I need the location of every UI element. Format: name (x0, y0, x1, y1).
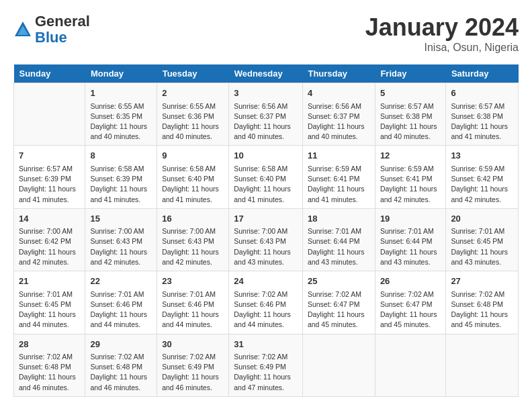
calendar-day-cell: 11Sunrise: 6:59 AM Sunset: 6:41 PM Dayli… (302, 146, 375, 208)
day-info: Sunrise: 7:02 AM Sunset: 6:46 PM Dayligh… (234, 289, 298, 330)
logo-blue-text: Blue (35, 30, 90, 46)
day-number: 1 (90, 87, 152, 100)
day-number: 5 (380, 87, 441, 100)
day-info: Sunrise: 7:01 AM Sunset: 6:45 PM Dayligh… (19, 289, 80, 330)
calendar-body: 1Sunrise: 6:55 AM Sunset: 6:35 PM Daylig… (14, 83, 519, 397)
day-number: 7 (19, 149, 80, 163)
page-header: General Blue January 2024 Inisa, Osun, N… (13, 13, 519, 54)
day-info: Sunrise: 7:00 AM Sunset: 6:43 PM Dayligh… (234, 226, 298, 267)
calendar-day-cell: 25Sunrise: 7:02 AM Sunset: 6:47 PM Dayli… (302, 271, 375, 334)
day-number: 20 (451, 212, 513, 226)
day-info: Sunrise: 6:57 AM Sunset: 6:39 PM Dayligh… (19, 164, 80, 205)
calendar-day-cell: 10Sunrise: 6:58 AM Sunset: 6:40 PM Dayli… (229, 146, 303, 208)
day-number: 31 (234, 338, 298, 351)
day-number: 18 (308, 212, 370, 226)
calendar-day-cell: 24Sunrise: 7:02 AM Sunset: 6:46 PM Dayli… (229, 271, 303, 334)
day-info: Sunrise: 7:01 AM Sunset: 6:46 PM Dayligh… (162, 289, 224, 330)
day-info: Sunrise: 6:56 AM Sunset: 6:37 PM Dayligh… (234, 101, 298, 142)
calendar-week-row: 21Sunrise: 7:01 AM Sunset: 6:45 PM Dayli… (14, 271, 519, 334)
calendar-day-cell: 12Sunrise: 6:59 AM Sunset: 6:41 PM Dayli… (375, 146, 446, 208)
calendar-day-cell (375, 334, 446, 396)
day-info: Sunrise: 7:02 AM Sunset: 6:47 PM Dayligh… (380, 289, 441, 330)
day-number: 4 (308, 87, 370, 100)
calendar-day-cell: 8Sunrise: 6:58 AM Sunset: 6:39 PM Daylig… (85, 146, 157, 208)
logo-general-text: General (35, 13, 90, 30)
calendar-day-cell: 14Sunrise: 7:00 AM Sunset: 6:42 PM Dayli… (14, 208, 85, 271)
calendar-header-cell: Thursday (302, 64, 375, 83)
day-number: 29 (90, 338, 152, 351)
day-number: 2 (162, 87, 224, 100)
day-number: 13 (451, 149, 513, 163)
day-number: 26 (380, 275, 441, 288)
calendar-day-cell: 2Sunrise: 6:55 AM Sunset: 6:36 PM Daylig… (157, 83, 229, 146)
calendar-day-cell: 9Sunrise: 6:58 AM Sunset: 6:40 PM Daylig… (157, 146, 229, 208)
day-info: Sunrise: 7:02 AM Sunset: 6:49 PM Dayligh… (162, 352, 224, 393)
day-info: Sunrise: 6:59 AM Sunset: 6:41 PM Dayligh… (380, 164, 441, 205)
calendar-week-row: 7Sunrise: 6:57 AM Sunset: 6:39 PM Daylig… (14, 146, 519, 208)
day-info: Sunrise: 7:02 AM Sunset: 6:48 PM Dayligh… (451, 289, 513, 330)
day-info: Sunrise: 7:02 AM Sunset: 6:48 PM Dayligh… (19, 352, 80, 393)
day-info: Sunrise: 7:01 AM Sunset: 6:44 PM Dayligh… (380, 226, 441, 267)
calendar-header-cell: Monday (85, 64, 157, 83)
day-info: Sunrise: 6:59 AM Sunset: 6:42 PM Dayligh… (451, 164, 513, 205)
month-title: January 2024 (365, 13, 519, 42)
day-info: Sunrise: 7:00 AM Sunset: 6:43 PM Dayligh… (90, 226, 152, 267)
day-number: 11 (308, 149, 370, 163)
calendar-header-cell: Saturday (446, 64, 519, 83)
title-area: January 2024 Inisa, Osun, Nigeria (365, 13, 519, 54)
day-number: 9 (162, 149, 224, 163)
day-number: 19 (380, 212, 441, 226)
calendar-day-cell: 31Sunrise: 7:02 AM Sunset: 6:49 PM Dayli… (229, 334, 303, 396)
day-info: Sunrise: 7:00 AM Sunset: 6:43 PM Dayligh… (162, 226, 224, 267)
calendar-day-cell (302, 334, 375, 396)
calendar-day-cell: 28Sunrise: 7:02 AM Sunset: 6:48 PM Dayli… (14, 334, 85, 396)
day-number: 15 (90, 212, 152, 226)
calendar-day-cell: 16Sunrise: 7:00 AM Sunset: 6:43 PM Dayli… (157, 208, 229, 271)
day-number: 27 (451, 275, 513, 288)
day-info: Sunrise: 7:01 AM Sunset: 6:45 PM Dayligh… (451, 226, 513, 267)
day-number: 16 (162, 212, 224, 226)
day-info: Sunrise: 6:57 AM Sunset: 6:38 PM Dayligh… (451, 101, 513, 142)
calendar-header-cell: Tuesday (157, 64, 229, 83)
calendar-header-cell: Friday (375, 64, 446, 83)
calendar-week-row: 1Sunrise: 6:55 AM Sunset: 6:35 PM Daylig… (14, 83, 519, 146)
day-info: Sunrise: 6:58 AM Sunset: 6:39 PM Dayligh… (90, 164, 152, 205)
day-number: 25 (308, 275, 370, 288)
calendar-day-cell: 20Sunrise: 7:01 AM Sunset: 6:45 PM Dayli… (446, 208, 519, 271)
calendar-day-cell: 15Sunrise: 7:00 AM Sunset: 6:43 PM Dayli… (85, 208, 157, 271)
day-number: 21 (19, 275, 80, 288)
day-info: Sunrise: 7:01 AM Sunset: 6:46 PM Dayligh… (90, 289, 152, 330)
calendar-day-cell: 4Sunrise: 6:56 AM Sunset: 6:37 PM Daylig… (302, 83, 375, 146)
day-number: 10 (234, 149, 298, 163)
calendar-day-cell: 21Sunrise: 7:01 AM Sunset: 6:45 PM Dayli… (14, 271, 85, 334)
day-info: Sunrise: 7:02 AM Sunset: 6:48 PM Dayligh… (90, 352, 152, 393)
day-info: Sunrise: 6:58 AM Sunset: 6:40 PM Dayligh… (162, 164, 224, 205)
calendar-header-cell: Sunday (14, 64, 85, 83)
day-number: 14 (19, 212, 80, 226)
calendar-day-cell: 3Sunrise: 6:56 AM Sunset: 6:37 PM Daylig… (229, 83, 303, 146)
logo: General Blue (13, 13, 90, 46)
day-number: 6 (451, 87, 513, 100)
calendar-day-cell: 26Sunrise: 7:02 AM Sunset: 6:47 PM Dayli… (375, 271, 446, 334)
calendar-day-cell: 29Sunrise: 7:02 AM Sunset: 6:48 PM Dayli… (85, 334, 157, 396)
calendar-day-cell: 27Sunrise: 7:02 AM Sunset: 6:48 PM Dayli… (446, 271, 519, 334)
day-info: Sunrise: 7:01 AM Sunset: 6:44 PM Dayligh… (308, 226, 370, 267)
day-info: Sunrise: 6:59 AM Sunset: 6:41 PM Dayligh… (308, 164, 370, 205)
day-info: Sunrise: 6:55 AM Sunset: 6:35 PM Dayligh… (90, 101, 152, 142)
day-info: Sunrise: 6:58 AM Sunset: 6:40 PM Dayligh… (234, 164, 298, 205)
calendar-day-cell: 19Sunrise: 7:01 AM Sunset: 6:44 PM Dayli… (375, 208, 446, 271)
day-info: Sunrise: 6:57 AM Sunset: 6:38 PM Dayligh… (380, 101, 441, 142)
calendar-day-cell: 30Sunrise: 7:02 AM Sunset: 6:49 PM Dayli… (157, 334, 229, 396)
day-number: 30 (162, 338, 224, 351)
day-number: 28 (19, 338, 80, 351)
day-number: 17 (234, 212, 298, 226)
calendar-day-cell: 18Sunrise: 7:01 AM Sunset: 6:44 PM Dayli… (302, 208, 375, 271)
day-info: Sunrise: 7:02 AM Sunset: 6:49 PM Dayligh… (234, 352, 298, 393)
calendar-week-row: 28Sunrise: 7:02 AM Sunset: 6:48 PM Dayli… (14, 334, 519, 396)
day-info: Sunrise: 6:55 AM Sunset: 6:36 PM Dayligh… (162, 101, 224, 142)
calendar-day-cell: 7Sunrise: 6:57 AM Sunset: 6:39 PM Daylig… (14, 146, 85, 208)
calendar-day-cell (446, 334, 519, 396)
calendar-week-row: 14Sunrise: 7:00 AM Sunset: 6:42 PM Dayli… (14, 208, 519, 271)
day-number: 12 (380, 149, 441, 163)
calendar-day-cell: 6Sunrise: 6:57 AM Sunset: 6:38 PM Daylig… (446, 83, 519, 146)
